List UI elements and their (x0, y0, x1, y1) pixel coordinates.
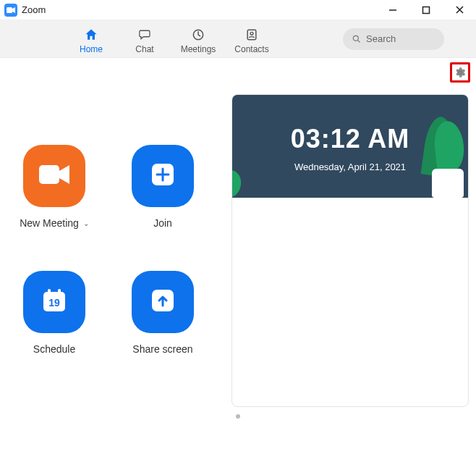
clock-icon (191, 27, 205, 43)
top-nav: Home Chat Meetings Contacts Search (0, 20, 476, 58)
schedule-action: 19 Schedule (0, 271, 109, 355)
window-title: Zoom (22, 4, 376, 15)
share-screen-label: Share screen (132, 343, 192, 355)
join-label: Join (153, 217, 172, 229)
schedule-label: Schedule (33, 343, 75, 355)
card-hero: 03:12 AM Wednesday, April 21, 2021 (232, 95, 468, 198)
join-action: Join (109, 145, 217, 229)
share-screen-action: Share screen (109, 271, 217, 355)
new-meeting-action: New Meeting ⌄ (0, 145, 109, 229)
pager-dot (236, 414, 240, 419)
tab-contacts[interactable]: Contacts (226, 24, 277, 54)
main-area: New Meeting ⌄ Join 19 (0, 58, 476, 449)
tab-meetings-label: Meetings (181, 44, 216, 54)
window-titlebar: Zoom (0, 0, 476, 20)
plant-decoration-small (232, 169, 247, 198)
tab-chat-label: Chat (135, 44, 153, 54)
plant-decoration (428, 111, 468, 198)
video-icon (38, 162, 71, 190)
share-arrow-icon (150, 288, 175, 316)
share-screen-button[interactable] (132, 271, 194, 333)
search-input[interactable]: Search (343, 28, 444, 50)
tab-meetings[interactable]: Meetings (173, 24, 224, 54)
home-icon (84, 27, 98, 43)
svg-line-9 (358, 40, 360, 42)
calendar-day: 19 (48, 297, 60, 309)
new-meeting-button[interactable] (23, 145, 85, 207)
svg-point-7 (250, 32, 253, 35)
tab-home[interactable]: Home (66, 24, 116, 54)
search-placeholder: Search (366, 33, 396, 44)
search-icon (352, 34, 362, 44)
svg-point-8 (353, 35, 358, 41)
svg-rect-2 (423, 7, 430, 13)
window-maximize-button[interactable] (409, 0, 443, 20)
svg-rect-16 (58, 289, 61, 295)
window-minimize-button[interactable] (376, 0, 409, 20)
svg-rect-15 (48, 289, 51, 295)
schedule-button[interactable]: 19 (23, 271, 85, 333)
tab-home-label: Home (80, 44, 103, 54)
svg-rect-0 (7, 7, 12, 13)
zoom-app-icon (4, 4, 17, 17)
chat-icon (137, 27, 152, 43)
contacts-icon (245, 27, 259, 43)
plus-icon (150, 162, 175, 190)
tab-contacts-label: Contacts (234, 44, 268, 54)
tab-chat[interactable]: Chat (119, 24, 170, 54)
new-meeting-label-row[interactable]: New Meeting ⌄ (20, 217, 89, 229)
upcoming-card: 03:12 AM Wednesday, April 21, 2021 (231, 94, 469, 407)
svg-rect-10 (39, 165, 59, 184)
new-meeting-label: New Meeting (20, 217, 79, 229)
join-button[interactable] (132, 145, 194, 207)
calendar-icon: 19 (40, 286, 69, 318)
chevron-down-icon: ⌄ (83, 219, 89, 227)
window-close-button[interactable] (443, 0, 476, 20)
